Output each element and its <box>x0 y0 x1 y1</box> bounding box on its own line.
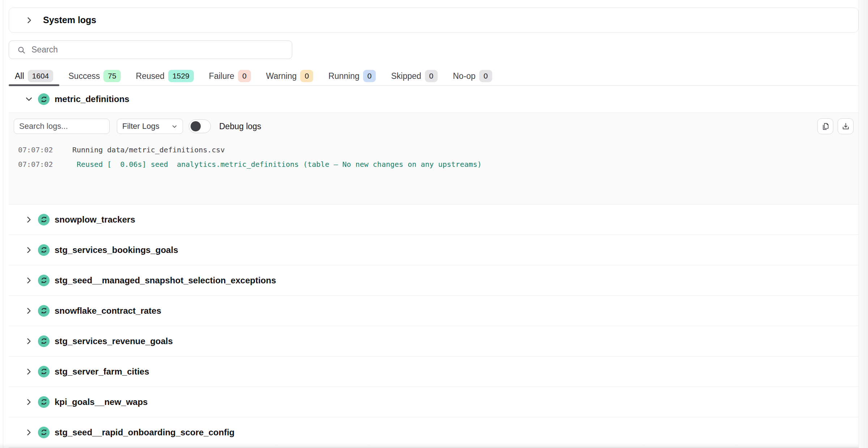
log-group-row-stg_services_revenue_goals[interactable]: stg_services_revenue_goals <box>9 326 859 356</box>
chevron-right-icon <box>25 337 33 345</box>
chevron-right-icon <box>25 216 33 224</box>
tab-count-badge: 0 <box>363 70 376 82</box>
log-group-header-metric-definitions[interactable]: metric_definitions <box>9 86 859 113</box>
log-console: Filter Logs Debug logs <box>9 113 859 204</box>
chevron-right-icon <box>25 368 33 376</box>
log-group-list: snowplow_trackersstg_services_bookings_g… <box>9 204 859 448</box>
tab-label: Running <box>328 71 359 81</box>
log-group-name: stg_seed__rapid_onboarding_score_config <box>55 427 234 438</box>
vertical-scrollbar[interactable] <box>859 0 868 448</box>
tab-count-badge: 0 <box>479 70 492 82</box>
tab-skipped[interactable]: Skipped0 <box>385 67 444 85</box>
reused-status-icon <box>38 427 50 438</box>
log-timestamp: 07:07:02 <box>18 157 72 172</box>
tab-label: All <box>15 71 24 81</box>
tab-count-badge: 1529 <box>168 70 194 82</box>
bottom-edge-shadow <box>0 443 859 448</box>
system-logs-page: System logs All1604Success75Reused1529Fa… <box>0 0 868 448</box>
log-group-name: stg_seed__managed_snapshot_selection_exc… <box>55 275 276 286</box>
log-group-name: snowplow_trackers <box>55 215 135 225</box>
tab-no-op[interactable]: No-op0 <box>447 67 498 85</box>
log-message: Reused [ 0.06s] seed analytics.metric_de… <box>72 157 482 172</box>
copy-icon <box>821 122 830 131</box>
tab-label: Reused <box>136 71 165 81</box>
log-console-toolbar: Filter Logs Debug logs <box>14 119 854 134</box>
log-group-name: stg_services_bookings_goals <box>55 245 178 255</box>
log-group-row-stg_services_bookings_goals[interactable]: stg_services_bookings_goals <box>9 235 859 265</box>
search-input[interactable] <box>9 41 292 59</box>
log-group-row-snowflake_contract_rates[interactable]: snowflake_contract_rates <box>9 296 859 326</box>
toggle-knob <box>191 121 201 131</box>
chevron-down-icon <box>171 123 178 130</box>
reused-status-icon <box>38 305 50 317</box>
copy-logs-button[interactable] <box>817 118 833 134</box>
download-logs-button[interactable] <box>838 118 854 134</box>
log-group-row-stg_server_farm_cities[interactable]: stg_server_farm_cities <box>9 356 859 387</box>
reused-status-icon <box>38 396 50 408</box>
tab-reused[interactable]: Reused1529 <box>130 67 200 85</box>
log-group-name: snowflake_contract_rates <box>55 306 161 316</box>
status-tabs: All1604Success75Reused1529Failure0Warnin… <box>9 67 859 86</box>
chevron-right-icon <box>25 16 33 24</box>
chevron-right-icon <box>25 398 33 406</box>
log-output: 07:07:02Running data/metric_definitions.… <box>14 143 854 172</box>
tab-count-badge: 0 <box>238 70 251 82</box>
page-title: System logs <box>43 15 96 25</box>
tab-all[interactable]: All1604 <box>9 67 59 85</box>
chevron-right-icon <box>25 307 33 315</box>
tab-count-badge: 75 <box>103 70 120 82</box>
filter-logs-select[interactable]: Filter Logs <box>117 119 183 134</box>
reused-status-icon <box>38 335 50 347</box>
log-timestamp: 07:07:02 <box>18 143 72 157</box>
log-group-row-kpi_goals__new_waps[interactable]: kpi_goals__new_waps <box>9 387 859 417</box>
main-content: System logs All1604Success75Reused1529Fa… <box>3 0 859 448</box>
tab-failure[interactable]: Failure0 <box>203 67 257 85</box>
chevron-down-icon <box>25 95 33 103</box>
tab-label: Success <box>68 71 100 81</box>
log-group-name: kpi_goals__new_waps <box>55 397 148 407</box>
tab-label: Skipped <box>391 71 421 81</box>
tab-running[interactable]: Running0 <box>322 67 382 85</box>
log-line: 07:07:02 Reused [ 0.06s] seed analytics.… <box>14 157 854 172</box>
search-logs-input[interactable] <box>14 119 110 134</box>
log-line: 07:07:02Running data/metric_definitions.… <box>14 143 854 157</box>
tab-label: No-op <box>453 71 476 81</box>
tab-label: Warning <box>266 71 297 81</box>
reused-status-icon <box>38 275 50 286</box>
log-toolbar-actions <box>817 118 854 134</box>
log-group-name: stg_services_revenue_goals <box>55 336 173 346</box>
tab-count-badge: 0 <box>300 70 313 82</box>
debug-logs-toggle[interactable] <box>189 119 211 133</box>
log-message: Running data/metric_definitions.csv <box>72 143 225 157</box>
reused-status-icon <box>38 244 50 256</box>
reused-status-icon <box>38 366 50 377</box>
log-group-name: stg_server_farm_cities <box>55 367 149 377</box>
reused-status-icon <box>38 214 50 225</box>
system-logs-header[interactable]: System logs <box>9 8 859 33</box>
chevron-right-icon <box>25 246 33 254</box>
reused-status-icon <box>38 93 50 105</box>
chevron-right-icon <box>25 428 33 436</box>
tab-warning[interactable]: Warning0 <box>260 67 319 85</box>
tab-count-badge: 1604 <box>28 70 54 82</box>
debug-logs-label: Debug logs <box>219 122 261 131</box>
download-icon <box>841 122 850 131</box>
chevron-right-icon <box>25 276 33 284</box>
tab-success[interactable]: Success75 <box>62 67 127 85</box>
log-group-row-stg_seed__managed_snapshot_selection_exceptions[interactable]: stg_seed__managed_snapshot_selection_exc… <box>9 265 859 296</box>
tab-label: Failure <box>209 71 234 81</box>
search-box <box>9 41 292 59</box>
filter-logs-label: Filter Logs <box>122 122 159 131</box>
log-group-row-snowplow_trackers[interactable]: snowplow_trackers <box>9 204 859 235</box>
tab-count-badge: 0 <box>425 70 438 82</box>
log-group-name: metric_definitions <box>55 94 129 104</box>
